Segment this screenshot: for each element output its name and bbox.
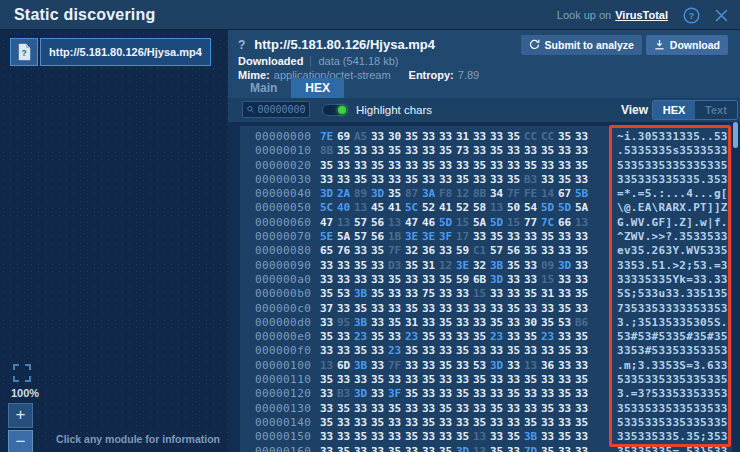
fullscreen-icon[interactable] <box>13 364 31 382</box>
virustotal-link[interactable]: VirusTotal <box>615 9 668 21</box>
hex-byte: 31 <box>541 287 558 301</box>
view-label: View <box>621 98 648 122</box>
search-input[interactable] <box>257 104 305 115</box>
hex-byte: 33 <box>405 402 422 416</box>
hex-byte: 35 <box>524 159 541 173</box>
hex-byte: 33 <box>439 244 456 258</box>
hex-ascii: 3353.51.>2;53.=3 <box>617 259 728 273</box>
hex-byte: 5C <box>320 201 337 215</box>
zoom-out-button[interactable]: − <box>8 430 33 452</box>
hex-byte: 33 <box>558 159 575 173</box>
hex-byte: 33 <box>388 330 405 344</box>
view-hex-button[interactable]: HEX <box>653 101 695 119</box>
hex-byte: 33 <box>439 130 456 144</box>
hex-byte: 33 <box>439 373 456 387</box>
hex-byte: 35 <box>575 373 592 387</box>
hex-byte: 7F <box>388 244 405 258</box>
hex-byte: 32 <box>473 259 490 273</box>
hex-byte: 35 <box>558 387 575 401</box>
hex-byte: 33 <box>490 373 507 387</box>
hex-byte: 3B <box>354 316 371 330</box>
hex-byte: 7E <box>320 130 337 144</box>
hex-row: 000000108B353333353333357333353333353333… <box>240 144 732 158</box>
hex-ascii: ^ZWV.>>?.3533533 <box>617 230 728 244</box>
hex-byte: 33 <box>541 244 558 258</box>
hex-byte: 5D <box>541 201 558 215</box>
hex-byte: 33 <box>456 287 473 301</box>
hex-byte: 87 <box>405 187 422 201</box>
view-switch: HEX Text <box>652 100 738 120</box>
zoom-in-button[interactable]: + <box>8 403 33 428</box>
hex-byte: 33 <box>320 445 337 452</box>
hex-byte: 35 <box>388 144 405 158</box>
hex-ascii: 33335335Yk=33.33 <box>617 273 728 287</box>
hex-byte: FE <box>524 187 541 201</box>
hex-byte: 33 <box>575 144 592 158</box>
hex-byte: 33 <box>320 173 337 187</box>
hex-byte: 35 <box>490 144 507 158</box>
help-icon[interactable]: ? <box>683 7 700 24</box>
hex-byte: 57 <box>354 216 371 230</box>
submit-to-analyze-button[interactable]: Submit to analyze <box>521 35 642 55</box>
hex-byte: 35 <box>354 430 371 444</box>
hex-byte: 35 <box>575 244 592 258</box>
hex-byte: 35 <box>371 244 388 258</box>
hex-byte: 53 <box>558 316 575 330</box>
hex-byte: 33 <box>541 416 558 430</box>
close-icon[interactable] <box>715 9 728 22</box>
hex-byte: 33 <box>320 273 337 287</box>
tab-hex[interactable]: HEX <box>291 78 344 98</box>
hex-byte: 13 <box>337 216 354 230</box>
hex-ascii: ev35.263Y.WV5335 <box>617 244 728 258</box>
hex-byte: 35 <box>439 445 456 452</box>
hex-ascii: 3.;35135335305S. <box>617 316 728 330</box>
hex-row: 0000013033353333353333353333353333353333… <box>240 402 732 416</box>
hex-byte: 35 <box>388 402 405 416</box>
hex-byte: 33 <box>507 230 524 244</box>
hex-ascii: 7353353333353353 <box>617 302 728 316</box>
hex-byte: 35 <box>490 316 507 330</box>
hex-byte: 35 <box>507 387 524 401</box>
hex-byte: 13 <box>354 201 371 215</box>
hex-byte: 35 <box>507 173 524 187</box>
hex-byte: 33 <box>405 359 422 373</box>
hex-byte: 33 <box>575 130 592 144</box>
file-module-url: http://5.181.80.126/Hjysa.mp4 <box>40 38 211 66</box>
hex-byte: 33 <box>456 159 473 173</box>
entropy-label: Entropy: <box>409 69 454 81</box>
tab-main[interactable]: Main <box>236 78 291 98</box>
hex-row: 000000705E5A57561B3E3E3F1733353333353333… <box>240 230 732 244</box>
file-module-item[interactable]: ? http://5.181.80.126/Hjysa.mp4 <box>10 38 211 66</box>
hex-row: 0000009033333533D33531123E323B3533093D33… <box>240 259 732 273</box>
hex-byte: 66 <box>558 216 575 230</box>
virustotal-lookup: Look up onVirusTotal <box>557 9 668 21</box>
hex-byte: 35 <box>371 416 388 430</box>
hex-bytes: 3D2A893D35873AF8128B347FFE14675B <box>320 187 592 201</box>
download-button[interactable]: Download <box>646 35 728 55</box>
hex-byte: 35 <box>320 330 337 344</box>
hex-byte: 7F <box>388 359 405 373</box>
hex-byte: 35 <box>405 302 422 316</box>
scrollbar-thumb[interactable] <box>733 122 738 148</box>
hex-byte: 33 <box>456 316 473 330</box>
hex-byte: 13 <box>524 359 541 373</box>
hex-byte: 3F <box>439 230 456 244</box>
hex-byte: 15 <box>507 216 524 230</box>
hex-byte: 35 <box>422 373 439 387</box>
view-text-button[interactable]: Text <box>695 101 737 119</box>
hex-byte: 35 <box>456 387 473 401</box>
download-icon <box>654 39 665 52</box>
top-bar-actions: Look up onVirusTotal ? <box>557 0 728 30</box>
hex-byte: 33 <box>575 230 592 244</box>
hex-byte: 33 <box>337 159 354 173</box>
hex-byte: 7C <box>541 216 558 230</box>
hex-byte: 13 <box>490 201 507 215</box>
highlight-chars-toggle[interactable] <box>322 104 348 116</box>
hex-byte: 33 <box>541 387 558 401</box>
hex-byte: 3A <box>422 187 439 201</box>
hex-ascii: 3.=3?53353353353 <box>617 387 728 401</box>
hex-byte: 33 <box>337 344 354 358</box>
hex-byte: 58 <box>473 201 490 215</box>
hex-byte: 5D <box>558 201 575 215</box>
hex-byte: D3 <box>388 259 405 273</box>
